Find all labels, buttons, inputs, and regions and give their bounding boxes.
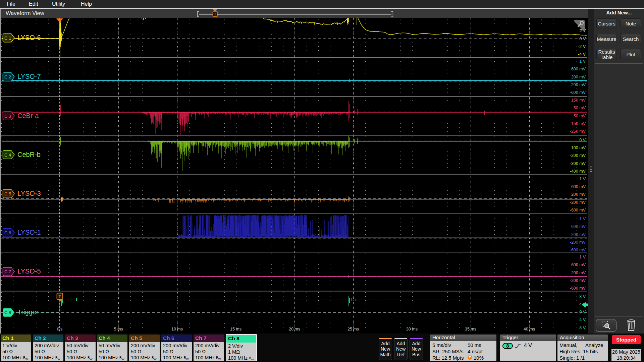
- svg-text:-200 mV: -200 mV: [570, 278, 586, 283]
- svg-text:C 2: C 2: [4, 74, 11, 79]
- svg-text:CeBr-a: CeBr-a: [17, 112, 39, 119]
- svg-text:-300 mV: -300 mV: [570, 161, 586, 166]
- svg-text:0 V: 0 V: [579, 138, 586, 142]
- svg-text:C 6: C 6: [4, 230, 11, 235]
- svg-text:-4 V: -4 V: [578, 317, 586, 322]
- svg-text:-600 mV: -600 mV: [570, 208, 586, 213]
- svg-text:Trigger: Trigger: [17, 308, 39, 316]
- svg-text:35 ms: 35 ms: [465, 327, 476, 331]
- svg-text:600 mV: 600 mV: [571, 67, 586, 71]
- svg-text:-2 V: -2 V: [578, 44, 586, 49]
- svg-text:C 5: C 5: [4, 191, 11, 196]
- svg-text:-250 mV: -250 mV: [570, 129, 586, 134]
- svg-text:C 8: C 8: [4, 310, 11, 315]
- svg-text:-200 mV: -200 mV: [570, 82, 586, 87]
- svg-text:15 ms: 15 ms: [230, 327, 241, 331]
- svg-text:LYSO-5: LYSO-5: [17, 267, 41, 275]
- svg-text:-600 mV: -600 mV: [570, 286, 586, 291]
- svg-text:-200 mV: -200 mV: [570, 153, 586, 158]
- svg-text:-200 mV: -200 mV: [570, 200, 586, 205]
- svg-text:30 ms: 30 ms: [406, 327, 418, 331]
- svg-text:0 V: 0 V: [579, 37, 586, 41]
- svg-text:50 mV: 50 mV: [574, 106, 586, 110]
- svg-text:10 ms: 10 ms: [171, 327, 183, 331]
- svg-text:-50 mV: -50 mV: [572, 114, 586, 118]
- svg-text:-8 V: -8 V: [578, 325, 586, 330]
- svg-text:T: T: [214, 12, 216, 16]
- svg-text:LYSO-1: LYSO-1: [17, 229, 41, 236]
- svg-text:200 mV: 200 mV: [571, 232, 586, 237]
- svg-text:LYSO-6: LYSO-6: [17, 34, 41, 41]
- svg-text:-600 mV: -600 mV: [570, 248, 586, 252]
- svg-text:1 V: 1 V: [579, 177, 586, 181]
- svg-text:600 mV: 600 mV: [571, 224, 586, 229]
- svg-text:1 V: 1 V: [579, 217, 586, 221]
- svg-text:200 mV: 200 mV: [571, 192, 586, 197]
- svg-text:LYSO-7: LYSO-7: [17, 73, 41, 80]
- svg-text:8 V: 8 V: [579, 294, 586, 299]
- svg-text:LYSO-3: LYSO-3: [17, 190, 41, 197]
- svg-text:-4 V: -4 V: [578, 52, 586, 57]
- svg-text:-600 mV: -600 mV: [570, 90, 586, 95]
- svg-text:1 V: 1 V: [579, 59, 586, 64]
- svg-text:200 mV: 200 mV: [571, 270, 586, 275]
- svg-text:200 mV: 200 mV: [571, 75, 586, 79]
- svg-text:CebR-b: CebR-b: [17, 151, 41, 158]
- svg-text:25 ms: 25 ms: [347, 327, 359, 331]
- svg-text:-100 mV: -100 mV: [570, 145, 586, 150]
- svg-text:0 V: 0 V: [579, 310, 586, 314]
- svg-text:0 s: 0 s: [57, 327, 63, 331]
- svg-text:40 ms: 40 ms: [524, 327, 535, 331]
- svg-text:C 3: C 3: [4, 114, 11, 119]
- svg-text:-400 mV: -400 mV: [570, 169, 586, 174]
- svg-text:5 ms: 5 ms: [114, 327, 123, 331]
- svg-text:1 V: 1 V: [579, 255, 586, 259]
- svg-text:600 mV: 600 mV: [571, 184, 586, 189]
- svg-text:C 7: C 7: [4, 269, 11, 274]
- svg-text:-150 mV: -150 mV: [570, 121, 586, 126]
- svg-text:2: 2: [580, 28, 583, 33]
- svg-text:150 mV: 150 mV: [571, 98, 586, 103]
- svg-text:C 4: C 4: [4, 153, 11, 158]
- svg-text:20 ms: 20 ms: [289, 327, 300, 331]
- svg-text:600 mV: 600 mV: [571, 262, 586, 267]
- svg-text:-200 mV: -200 mV: [570, 240, 586, 245]
- svg-text:C 1: C 1: [4, 36, 11, 41]
- svg-text:T: T: [58, 294, 61, 299]
